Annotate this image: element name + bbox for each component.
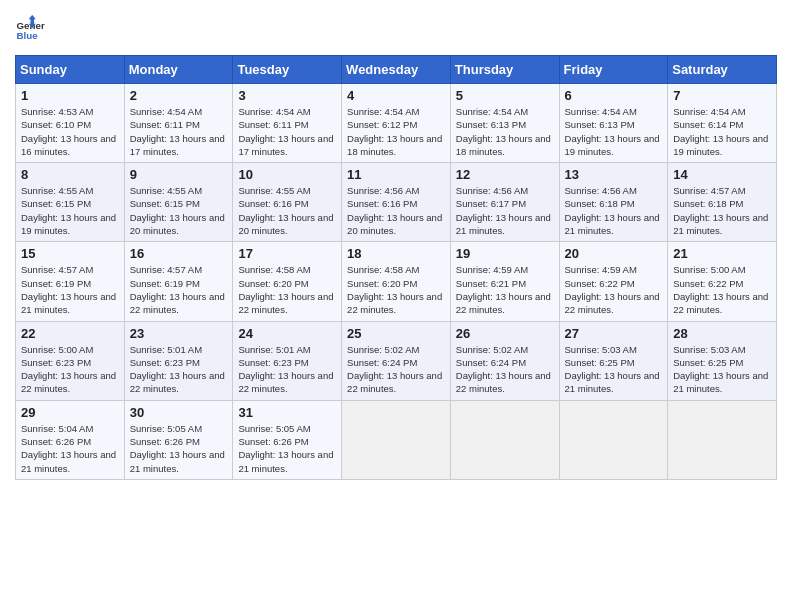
calendar-cell: 15 Sunrise: 4:57 AM Sunset: 6:19 PM Dayl… [16, 242, 125, 321]
calendar-cell: 31 Sunrise: 5:05 AM Sunset: 6:26 PM Dayl… [233, 400, 342, 479]
day-number: 7 [673, 88, 771, 103]
day-info: Sunrise: 4:54 AM Sunset: 6:11 PM Dayligh… [130, 105, 228, 158]
day-info: Sunrise: 4:54 AM Sunset: 6:11 PM Dayligh… [238, 105, 336, 158]
calendar-table: SundayMondayTuesdayWednesdayThursdayFrid… [15, 55, 777, 480]
day-info: Sunrise: 4:54 AM Sunset: 6:13 PM Dayligh… [565, 105, 663, 158]
day-number: 3 [238, 88, 336, 103]
calendar-cell [450, 400, 559, 479]
calendar-cell: 27 Sunrise: 5:03 AM Sunset: 6:25 PM Dayl… [559, 321, 668, 400]
day-info: Sunrise: 4:53 AM Sunset: 6:10 PM Dayligh… [21, 105, 119, 158]
calendar-cell: 23 Sunrise: 5:01 AM Sunset: 6:23 PM Dayl… [124, 321, 233, 400]
weekday-header-saturday: Saturday [668, 56, 777, 84]
calendar-cell: 30 Sunrise: 5:05 AM Sunset: 6:26 PM Dayl… [124, 400, 233, 479]
day-number: 14 [673, 167, 771, 182]
day-info: Sunrise: 4:59 AM Sunset: 6:22 PM Dayligh… [565, 263, 663, 316]
day-number: 25 [347, 326, 445, 341]
calendar-cell: 12 Sunrise: 4:56 AM Sunset: 6:17 PM Dayl… [450, 163, 559, 242]
day-info: Sunrise: 4:57 AM Sunset: 6:19 PM Dayligh… [130, 263, 228, 316]
svg-text:Blue: Blue [17, 30, 39, 41]
calendar-cell: 11 Sunrise: 4:56 AM Sunset: 6:16 PM Dayl… [342, 163, 451, 242]
weekday-header-wednesday: Wednesday [342, 56, 451, 84]
calendar-cell: 28 Sunrise: 5:03 AM Sunset: 6:25 PM Dayl… [668, 321, 777, 400]
day-info: Sunrise: 5:04 AM Sunset: 6:26 PM Dayligh… [21, 422, 119, 475]
day-info: Sunrise: 4:55 AM Sunset: 6:15 PM Dayligh… [130, 184, 228, 237]
day-number: 15 [21, 246, 119, 261]
calendar-cell: 5 Sunrise: 4:54 AM Sunset: 6:13 PM Dayli… [450, 84, 559, 163]
day-number: 4 [347, 88, 445, 103]
day-number: 12 [456, 167, 554, 182]
weekday-header-thursday: Thursday [450, 56, 559, 84]
day-info: Sunrise: 5:00 AM Sunset: 6:22 PM Dayligh… [673, 263, 771, 316]
day-info: Sunrise: 4:54 AM Sunset: 6:12 PM Dayligh… [347, 105, 445, 158]
day-number: 11 [347, 167, 445, 182]
day-info: Sunrise: 4:57 AM Sunset: 6:19 PM Dayligh… [21, 263, 119, 316]
day-info: Sunrise: 4:55 AM Sunset: 6:16 PM Dayligh… [238, 184, 336, 237]
calendar-cell: 19 Sunrise: 4:59 AM Sunset: 6:21 PM Dayl… [450, 242, 559, 321]
calendar-cell: 13 Sunrise: 4:56 AM Sunset: 6:18 PM Dayl… [559, 163, 668, 242]
day-number: 5 [456, 88, 554, 103]
day-info: Sunrise: 5:05 AM Sunset: 6:26 PM Dayligh… [130, 422, 228, 475]
calendar-cell: 16 Sunrise: 4:57 AM Sunset: 6:19 PM Dayl… [124, 242, 233, 321]
calendar-cell: 26 Sunrise: 5:02 AM Sunset: 6:24 PM Dayl… [450, 321, 559, 400]
calendar-cell: 21 Sunrise: 5:00 AM Sunset: 6:22 PM Dayl… [668, 242, 777, 321]
day-number: 2 [130, 88, 228, 103]
day-info: Sunrise: 4:58 AM Sunset: 6:20 PM Dayligh… [347, 263, 445, 316]
calendar-cell: 6 Sunrise: 4:54 AM Sunset: 6:13 PM Dayli… [559, 84, 668, 163]
day-number: 8 [21, 167, 119, 182]
calendar-cell: 18 Sunrise: 4:58 AM Sunset: 6:20 PM Dayl… [342, 242, 451, 321]
calendar-cell: 9 Sunrise: 4:55 AM Sunset: 6:15 PM Dayli… [124, 163, 233, 242]
calendar-week-1: 1 Sunrise: 4:53 AM Sunset: 6:10 PM Dayli… [16, 84, 777, 163]
calendar-week-2: 8 Sunrise: 4:55 AM Sunset: 6:15 PM Dayli… [16, 163, 777, 242]
day-number: 19 [456, 246, 554, 261]
day-info: Sunrise: 5:02 AM Sunset: 6:24 PM Dayligh… [456, 343, 554, 396]
day-number: 28 [673, 326, 771, 341]
calendar-cell: 14 Sunrise: 4:57 AM Sunset: 6:18 PM Dayl… [668, 163, 777, 242]
calendar-cell: 17 Sunrise: 4:58 AM Sunset: 6:20 PM Dayl… [233, 242, 342, 321]
day-number: 9 [130, 167, 228, 182]
logo-icon: General Blue [15, 15, 45, 45]
day-number: 30 [130, 405, 228, 420]
calendar-cell: 7 Sunrise: 4:54 AM Sunset: 6:14 PM Dayli… [668, 84, 777, 163]
day-number: 27 [565, 326, 663, 341]
calendar-cell: 24 Sunrise: 5:01 AM Sunset: 6:23 PM Dayl… [233, 321, 342, 400]
calendar-cell: 8 Sunrise: 4:55 AM Sunset: 6:15 PM Dayli… [16, 163, 125, 242]
day-number: 6 [565, 88, 663, 103]
logo: General Blue [15, 15, 45, 45]
day-info: Sunrise: 5:05 AM Sunset: 6:26 PM Dayligh… [238, 422, 336, 475]
page-header: General Blue [15, 15, 777, 45]
calendar-week-5: 29 Sunrise: 5:04 AM Sunset: 6:26 PM Dayl… [16, 400, 777, 479]
calendar-cell: 3 Sunrise: 4:54 AM Sunset: 6:11 PM Dayli… [233, 84, 342, 163]
weekday-header-tuesday: Tuesday [233, 56, 342, 84]
day-info: Sunrise: 4:55 AM Sunset: 6:15 PM Dayligh… [21, 184, 119, 237]
day-info: Sunrise: 5:03 AM Sunset: 6:25 PM Dayligh… [673, 343, 771, 396]
calendar-week-4: 22 Sunrise: 5:00 AM Sunset: 6:23 PM Dayl… [16, 321, 777, 400]
day-number: 31 [238, 405, 336, 420]
day-number: 21 [673, 246, 771, 261]
calendar-cell: 10 Sunrise: 4:55 AM Sunset: 6:16 PM Dayl… [233, 163, 342, 242]
weekday-header-friday: Friday [559, 56, 668, 84]
day-number: 23 [130, 326, 228, 341]
calendar-cell [668, 400, 777, 479]
day-number: 16 [130, 246, 228, 261]
calendar-cell: 20 Sunrise: 4:59 AM Sunset: 6:22 PM Dayl… [559, 242, 668, 321]
calendar-week-3: 15 Sunrise: 4:57 AM Sunset: 6:19 PM Dayl… [16, 242, 777, 321]
calendar-cell: 4 Sunrise: 4:54 AM Sunset: 6:12 PM Dayli… [342, 84, 451, 163]
calendar-cell [342, 400, 451, 479]
calendar-cell: 29 Sunrise: 5:04 AM Sunset: 6:26 PM Dayl… [16, 400, 125, 479]
day-info: Sunrise: 4:56 AM Sunset: 6:16 PM Dayligh… [347, 184, 445, 237]
day-info: Sunrise: 4:57 AM Sunset: 6:18 PM Dayligh… [673, 184, 771, 237]
day-info: Sunrise: 5:00 AM Sunset: 6:23 PM Dayligh… [21, 343, 119, 396]
day-number: 20 [565, 246, 663, 261]
day-info: Sunrise: 5:01 AM Sunset: 6:23 PM Dayligh… [238, 343, 336, 396]
calendar-cell: 1 Sunrise: 4:53 AM Sunset: 6:10 PM Dayli… [16, 84, 125, 163]
day-info: Sunrise: 5:01 AM Sunset: 6:23 PM Dayligh… [130, 343, 228, 396]
day-info: Sunrise: 4:56 AM Sunset: 6:17 PM Dayligh… [456, 184, 554, 237]
day-number: 29 [21, 405, 119, 420]
day-info: Sunrise: 4:54 AM Sunset: 6:14 PM Dayligh… [673, 105, 771, 158]
day-info: Sunrise: 4:58 AM Sunset: 6:20 PM Dayligh… [238, 263, 336, 316]
calendar-cell: 25 Sunrise: 5:02 AM Sunset: 6:24 PM Dayl… [342, 321, 451, 400]
day-info: Sunrise: 4:59 AM Sunset: 6:21 PM Dayligh… [456, 263, 554, 316]
day-info: Sunrise: 4:56 AM Sunset: 6:18 PM Dayligh… [565, 184, 663, 237]
day-number: 10 [238, 167, 336, 182]
calendar-cell [559, 400, 668, 479]
